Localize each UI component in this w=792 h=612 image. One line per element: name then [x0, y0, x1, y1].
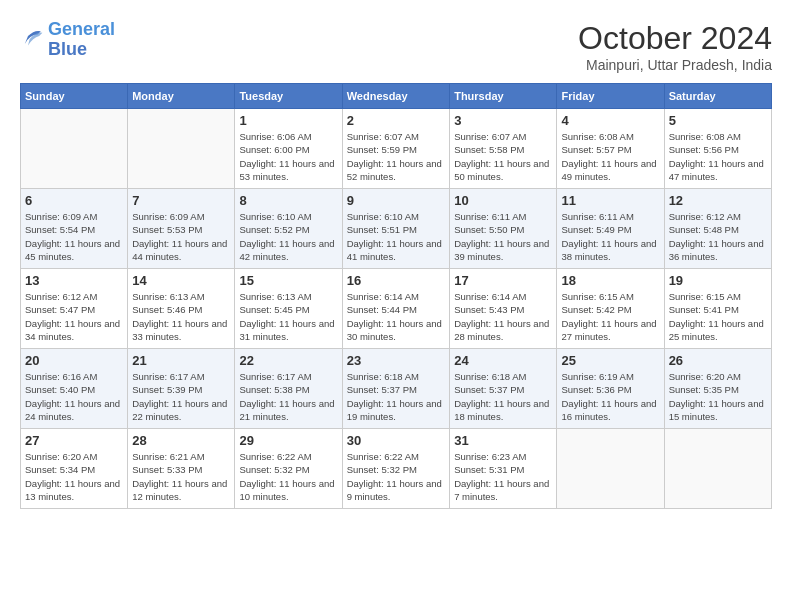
- day-number: 15: [239, 273, 337, 288]
- day-info: Sunrise: 6:22 AMSunset: 5:32 PMDaylight:…: [347, 450, 445, 503]
- weekday-header-monday: Monday: [128, 84, 235, 109]
- logo-general: General: [48, 19, 115, 39]
- calendar-body: 1Sunrise: 6:06 AMSunset: 6:00 PMDaylight…: [21, 109, 772, 509]
- calendar-cell: 26Sunrise: 6:20 AMSunset: 5:35 PMDayligh…: [664, 349, 771, 429]
- page-header: General Blue October 2024 Mainpuri, Utta…: [20, 20, 772, 73]
- calendar-cell: [21, 109, 128, 189]
- calendar-cell: 21Sunrise: 6:17 AMSunset: 5:39 PMDayligh…: [128, 349, 235, 429]
- weekday-header-thursday: Thursday: [450, 84, 557, 109]
- day-number: 28: [132, 433, 230, 448]
- day-number: 19: [669, 273, 767, 288]
- day-number: 24: [454, 353, 552, 368]
- weekday-header-friday: Friday: [557, 84, 664, 109]
- day-info: Sunrise: 6:18 AMSunset: 5:37 PMDaylight:…: [454, 370, 552, 423]
- calendar-cell: 9Sunrise: 6:10 AMSunset: 5:51 PMDaylight…: [342, 189, 449, 269]
- day-info: Sunrise: 6:15 AMSunset: 5:41 PMDaylight:…: [669, 290, 767, 343]
- weekday-header-wednesday: Wednesday: [342, 84, 449, 109]
- day-info: Sunrise: 6:13 AMSunset: 5:45 PMDaylight:…: [239, 290, 337, 343]
- day-number: 29: [239, 433, 337, 448]
- day-info: Sunrise: 6:11 AMSunset: 5:50 PMDaylight:…: [454, 210, 552, 263]
- calendar-cell: 31Sunrise: 6:23 AMSunset: 5:31 PMDayligh…: [450, 429, 557, 509]
- day-info: Sunrise: 6:10 AMSunset: 5:52 PMDaylight:…: [239, 210, 337, 263]
- day-info: Sunrise: 6:16 AMSunset: 5:40 PMDaylight:…: [25, 370, 123, 423]
- calendar-cell: 14Sunrise: 6:13 AMSunset: 5:46 PMDayligh…: [128, 269, 235, 349]
- day-number: 7: [132, 193, 230, 208]
- week-row-1: 1Sunrise: 6:06 AMSunset: 6:00 PMDaylight…: [21, 109, 772, 189]
- calendar-cell: 6Sunrise: 6:09 AMSunset: 5:54 PMDaylight…: [21, 189, 128, 269]
- day-number: 20: [25, 353, 123, 368]
- day-info: Sunrise: 6:20 AMSunset: 5:34 PMDaylight:…: [25, 450, 123, 503]
- week-row-2: 6Sunrise: 6:09 AMSunset: 5:54 PMDaylight…: [21, 189, 772, 269]
- month-title: October 2024: [578, 20, 772, 57]
- day-info: Sunrise: 6:11 AMSunset: 5:49 PMDaylight:…: [561, 210, 659, 263]
- day-number: 6: [25, 193, 123, 208]
- day-info: Sunrise: 6:18 AMSunset: 5:37 PMDaylight:…: [347, 370, 445, 423]
- day-number: 8: [239, 193, 337, 208]
- day-info: Sunrise: 6:07 AMSunset: 5:59 PMDaylight:…: [347, 130, 445, 183]
- weekday-header-row: SundayMondayTuesdayWednesdayThursdayFrid…: [21, 84, 772, 109]
- calendar-cell: 7Sunrise: 6:09 AMSunset: 5:53 PMDaylight…: [128, 189, 235, 269]
- day-number: 14: [132, 273, 230, 288]
- day-number: 1: [239, 113, 337, 128]
- calendar-cell: 8Sunrise: 6:10 AMSunset: 5:52 PMDaylight…: [235, 189, 342, 269]
- calendar-cell: 27Sunrise: 6:20 AMSunset: 5:34 PMDayligh…: [21, 429, 128, 509]
- weekday-header-saturday: Saturday: [664, 84, 771, 109]
- logo-icon: [20, 28, 44, 52]
- calendar-cell: 23Sunrise: 6:18 AMSunset: 5:37 PMDayligh…: [342, 349, 449, 429]
- day-number: 30: [347, 433, 445, 448]
- calendar-cell: [664, 429, 771, 509]
- calendar-cell: 12Sunrise: 6:12 AMSunset: 5:48 PMDayligh…: [664, 189, 771, 269]
- day-info: Sunrise: 6:09 AMSunset: 5:53 PMDaylight:…: [132, 210, 230, 263]
- day-number: 3: [454, 113, 552, 128]
- day-number: 17: [454, 273, 552, 288]
- day-number: 16: [347, 273, 445, 288]
- day-info: Sunrise: 6:15 AMSunset: 5:42 PMDaylight:…: [561, 290, 659, 343]
- day-info: Sunrise: 6:23 AMSunset: 5:31 PMDaylight:…: [454, 450, 552, 503]
- week-row-4: 20Sunrise: 6:16 AMSunset: 5:40 PMDayligh…: [21, 349, 772, 429]
- calendar-table: SundayMondayTuesdayWednesdayThursdayFrid…: [20, 83, 772, 509]
- day-number: 12: [669, 193, 767, 208]
- day-number: 22: [239, 353, 337, 368]
- calendar-cell: [128, 109, 235, 189]
- day-number: 27: [25, 433, 123, 448]
- calendar-cell: 1Sunrise: 6:06 AMSunset: 6:00 PMDaylight…: [235, 109, 342, 189]
- day-info: Sunrise: 6:08 AMSunset: 5:56 PMDaylight:…: [669, 130, 767, 183]
- day-info: Sunrise: 6:06 AMSunset: 6:00 PMDaylight:…: [239, 130, 337, 183]
- day-number: 5: [669, 113, 767, 128]
- day-number: 21: [132, 353, 230, 368]
- calendar-cell: 18Sunrise: 6:15 AMSunset: 5:42 PMDayligh…: [557, 269, 664, 349]
- calendar-cell: 3Sunrise: 6:07 AMSunset: 5:58 PMDaylight…: [450, 109, 557, 189]
- day-number: 11: [561, 193, 659, 208]
- day-info: Sunrise: 6:22 AMSunset: 5:32 PMDaylight:…: [239, 450, 337, 503]
- day-number: 13: [25, 273, 123, 288]
- day-info: Sunrise: 6:07 AMSunset: 5:58 PMDaylight:…: [454, 130, 552, 183]
- calendar-cell: 25Sunrise: 6:19 AMSunset: 5:36 PMDayligh…: [557, 349, 664, 429]
- day-info: Sunrise: 6:14 AMSunset: 5:43 PMDaylight:…: [454, 290, 552, 343]
- day-number: 9: [347, 193, 445, 208]
- calendar-cell: 2Sunrise: 6:07 AMSunset: 5:59 PMDaylight…: [342, 109, 449, 189]
- week-row-5: 27Sunrise: 6:20 AMSunset: 5:34 PMDayligh…: [21, 429, 772, 509]
- calendar-cell: 29Sunrise: 6:22 AMSunset: 5:32 PMDayligh…: [235, 429, 342, 509]
- location-subtitle: Mainpuri, Uttar Pradesh, India: [578, 57, 772, 73]
- calendar-cell: 19Sunrise: 6:15 AMSunset: 5:41 PMDayligh…: [664, 269, 771, 349]
- day-number: 26: [669, 353, 767, 368]
- calendar-cell: [557, 429, 664, 509]
- week-row-3: 13Sunrise: 6:12 AMSunset: 5:47 PMDayligh…: [21, 269, 772, 349]
- calendar-cell: 10Sunrise: 6:11 AMSunset: 5:50 PMDayligh…: [450, 189, 557, 269]
- day-info: Sunrise: 6:08 AMSunset: 5:57 PMDaylight:…: [561, 130, 659, 183]
- title-block: October 2024 Mainpuri, Uttar Pradesh, In…: [578, 20, 772, 73]
- calendar-cell: 28Sunrise: 6:21 AMSunset: 5:33 PMDayligh…: [128, 429, 235, 509]
- day-number: 25: [561, 353, 659, 368]
- day-info: Sunrise: 6:10 AMSunset: 5:51 PMDaylight:…: [347, 210, 445, 263]
- day-info: Sunrise: 6:21 AMSunset: 5:33 PMDaylight:…: [132, 450, 230, 503]
- calendar-cell: 16Sunrise: 6:14 AMSunset: 5:44 PMDayligh…: [342, 269, 449, 349]
- calendar-cell: 5Sunrise: 6:08 AMSunset: 5:56 PMDaylight…: [664, 109, 771, 189]
- calendar-cell: 17Sunrise: 6:14 AMSunset: 5:43 PMDayligh…: [450, 269, 557, 349]
- weekday-header-tuesday: Tuesday: [235, 84, 342, 109]
- day-info: Sunrise: 6:12 AMSunset: 5:47 PMDaylight:…: [25, 290, 123, 343]
- day-info: Sunrise: 6:13 AMSunset: 5:46 PMDaylight:…: [132, 290, 230, 343]
- day-number: 23: [347, 353, 445, 368]
- day-info: Sunrise: 6:17 AMSunset: 5:39 PMDaylight:…: [132, 370, 230, 423]
- day-number: 31: [454, 433, 552, 448]
- day-info: Sunrise: 6:19 AMSunset: 5:36 PMDaylight:…: [561, 370, 659, 423]
